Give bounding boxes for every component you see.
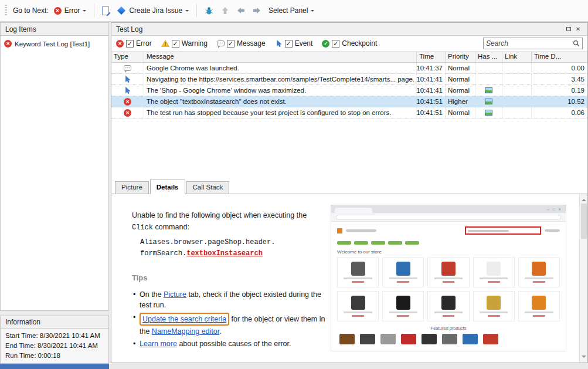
product-thumb xyxy=(401,334,416,344)
test-log-panel: Test Log ✕ ✕✓Error!✓Warning⋯✓Message✓Eve… xyxy=(111,22,588,363)
left-arrow-icon xyxy=(237,6,245,15)
link-picture[interactable]: Picture xyxy=(164,290,186,299)
bug-icon xyxy=(205,6,213,15)
log-items-header: Log Items xyxy=(0,22,109,36)
column-header[interactable]: Type xyxy=(111,52,144,62)
link-learn-more[interactable]: Learn more xyxy=(140,340,177,348)
scroll-up-icon[interactable] xyxy=(582,197,586,201)
filter-error[interactable]: ✕✓Error xyxy=(116,39,152,48)
link-namemapping-editor[interactable]: NameMapping editor xyxy=(152,327,219,336)
log-has-picture xyxy=(475,63,502,73)
go-to-next-dropdown[interactable]: ✕ Error xyxy=(52,5,89,16)
copy-log-button[interactable] xyxy=(100,5,111,17)
log-items-tree: ✕ Keyword Test Log [Test1] xyxy=(0,36,109,311)
log-time: 10:41:51 xyxy=(417,107,446,118)
nav-pill xyxy=(354,241,368,245)
nav-pill xyxy=(371,241,385,245)
bug-report-button[interactable] xyxy=(202,5,216,17)
event-checkbox[interactable]: ✓ xyxy=(285,40,293,48)
product-card xyxy=(427,257,469,287)
details-panel: Unable to find the following object when… xyxy=(111,194,587,363)
message-checkbox[interactable]: ✓ xyxy=(227,40,234,48)
product-thumb xyxy=(380,334,396,344)
bottom-blue-strip xyxy=(0,364,109,369)
error-checkbox[interactable]: ✓ xyxy=(126,40,134,48)
search-input[interactable] xyxy=(486,39,573,48)
tree-item-keyword-test-log[interactable]: ✕ Keyword Test Log [Test1] xyxy=(2,39,107,49)
filter-label: Event xyxy=(295,39,313,48)
column-header[interactable]: Message xyxy=(144,52,417,62)
select-panel-dropdown[interactable]: Select Panel xyxy=(266,5,317,16)
back-button[interactable] xyxy=(234,5,247,16)
tip-item: Learn more about possible causes of the … xyxy=(132,338,325,349)
log-row[interactable]: Navigating to the https://services.smart… xyxy=(111,74,587,85)
nav-pill xyxy=(388,241,402,245)
toolbar-separator xyxy=(196,4,197,17)
scroll-down-icon[interactable] xyxy=(582,356,586,360)
search-box[interactable] xyxy=(483,38,583,49)
up-button[interactable] xyxy=(219,5,232,16)
link-update-the-search-criteria[interactable]: Update the search criteria xyxy=(142,315,226,323)
testcomplete-log-window: Go to Next: ✕ Error Create Jira Issue xyxy=(0,0,588,369)
error-object-name: textboxInstasearch xyxy=(186,249,263,258)
details-scrollbar[interactable] xyxy=(579,194,587,363)
shop-welcome-text: Welcome to our store xyxy=(331,246,566,257)
event-icon xyxy=(124,87,131,94)
panel-title: Test Log xyxy=(116,25,564,33)
filter-message[interactable]: ⋯✓Message xyxy=(217,39,266,48)
toolbar-grip[interactable] xyxy=(5,5,7,16)
picture-icon xyxy=(485,110,492,116)
tab-picture[interactable]: Picture xyxy=(115,181,149,194)
warning-icon: ! xyxy=(161,40,169,47)
tab-details[interactable]: Details xyxy=(150,180,185,194)
float-icon xyxy=(566,27,571,31)
scrollbar-thumb[interactable] xyxy=(581,204,587,239)
log-time-diff: 3.45 xyxy=(532,74,587,84)
error-icon: ✕ xyxy=(4,40,12,48)
product-row3 xyxy=(331,334,566,344)
log-time-diff: 10.52 xyxy=(532,96,587,107)
column-header[interactable]: Time xyxy=(417,52,446,62)
chevron-down-icon xyxy=(83,10,86,13)
product-card xyxy=(473,257,515,287)
error-icon: ✕ xyxy=(124,109,131,117)
information-header: Information xyxy=(0,316,109,329)
error-description-line2: Click command: xyxy=(132,221,325,233)
search-highlight-box xyxy=(465,226,541,235)
tab-call-stack[interactable]: Call Stack xyxy=(186,181,230,194)
log-row[interactable]: The 'Shop - Google Chrome' window was ma… xyxy=(111,85,587,96)
column-header[interactable]: Time D... xyxy=(532,52,587,62)
forward-button[interactable] xyxy=(250,5,263,16)
log-link xyxy=(502,96,532,107)
filter-warning[interactable]: !✓Warning xyxy=(161,39,208,48)
log-row[interactable]: ✕The object "textboxInstasearch" does no… xyxy=(111,96,587,107)
checkpoint-icon: ✓ xyxy=(322,40,329,48)
product-card xyxy=(382,257,424,287)
column-header[interactable]: Has ... xyxy=(475,52,502,62)
warning-checkbox[interactable]: ✓ xyxy=(172,40,179,48)
filter-checkpoint[interactable]: ✓✓Checkpoint xyxy=(322,39,377,48)
information-panel: Start Time: 8/30/2021 10:41 AM End Time:… xyxy=(0,329,109,364)
log-message: Navigating to the https://services.smart… xyxy=(144,74,417,84)
log-row[interactable]: ⋯Google Chrome was launched.10:41:37Norm… xyxy=(111,63,587,74)
log-link xyxy=(502,74,532,84)
log-priority: Normal xyxy=(446,63,475,73)
nav-pill xyxy=(337,241,351,245)
close-panel-button[interactable]: ✕ xyxy=(573,25,583,34)
product-grid xyxy=(331,257,566,321)
create-jira-issue-button[interactable]: Create Jira Issue xyxy=(114,5,191,16)
log-has-picture xyxy=(475,74,502,84)
column-header[interactable]: Link xyxy=(502,52,532,62)
error-icon: ✕ xyxy=(116,40,124,48)
checkpoint-checkbox[interactable]: ✓ xyxy=(332,40,339,48)
left-sidebar: Log Items ✕ Keyword Test Log [Test1] Inf… xyxy=(0,22,109,369)
filter-event[interactable]: ✓Event xyxy=(275,39,313,48)
float-panel-button[interactable] xyxy=(564,25,573,34)
log-time: 10:41:51 xyxy=(417,96,446,107)
details-text: Unable to find the following object when… xyxy=(132,209,325,351)
column-header[interactable]: Priority xyxy=(446,52,475,62)
tips-heading: Tips xyxy=(132,273,325,282)
log-link xyxy=(502,63,532,73)
log-row[interactable]: ✕The test run has stopped because your t… xyxy=(111,107,587,119)
up-arrow-icon xyxy=(221,6,229,15)
